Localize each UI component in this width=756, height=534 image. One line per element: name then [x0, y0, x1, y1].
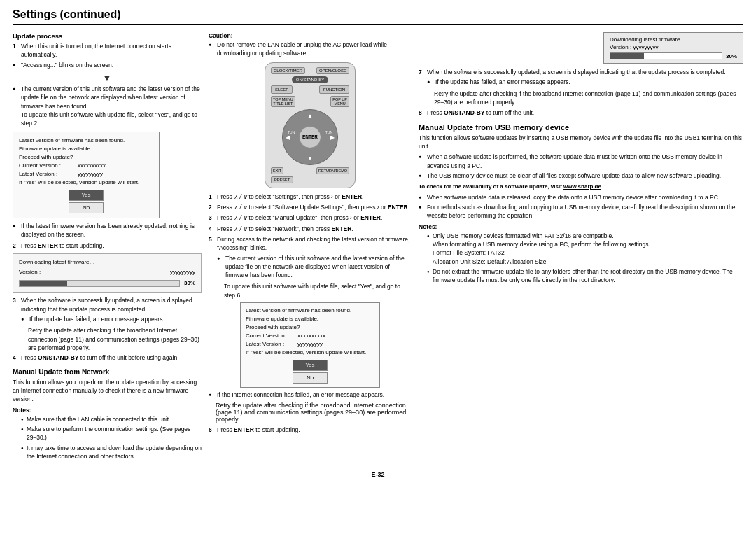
nav-left-button[interactable]: ◀ [286, 134, 290, 140]
dialog2-line1: Latest version of firmware has been foun… [246, 307, 374, 315]
right-steps: When the software is successfully update… [419, 68, 743, 118]
nav-down-button[interactable]: ▼ [307, 155, 313, 162]
preset-button[interactable]: PRESET [271, 176, 293, 183]
usb-bullet3: When software update data is released, c… [419, 193, 743, 202]
manual-usb-title: Manual Update from USB memory device [419, 123, 743, 132]
r-step-8: Press ON/STAND-BY to turn off the unit. [419, 108, 743, 117]
m-step-6: Press ENTER to start updating. [209, 426, 412, 434]
fw-pct-right: 30% [726, 53, 737, 59]
dialog2-current-row: Current Version : xxxxxxxxxx [246, 332, 374, 340]
fw-progress-row-left: 30% [19, 279, 195, 288]
manual-network-title: Manual Update from Network [13, 368, 202, 376]
remote-preset-row: PRESET [271, 176, 349, 183]
note-comm: Make sure to perform the communication s… [21, 425, 202, 442]
m-bullet-internet-fail: If the Internet connection has failed, a… [209, 391, 412, 399]
remote-top-buttons: CLOCK/TIMER OPEN/CLOSE [271, 67, 349, 74]
return-demo-button[interactable]: RETURN/DEMO [316, 167, 349, 174]
r-bullet7a: If the update has failed, an error messa… [427, 78, 743, 86]
function-button[interactable]: FUNCTION [319, 85, 349, 94]
dialog1-no-button[interactable]: No [69, 202, 104, 213]
bullet-update-failed: If the update has failed, an error messa… [21, 315, 202, 323]
dialog2-note: If "Yes" will be selected, version updat… [246, 349, 374, 357]
notes-title-right: Notes: [419, 223, 743, 230]
fw-top-title: Downloading latest firmware… [610, 36, 737, 43]
fw-progress-fill-left [20, 281, 67, 286]
caution-title: Caution: [209, 32, 412, 39]
right-column: Downloading latest firmware… Version : y… [419, 32, 743, 286]
page-title: Settings (continued) [13, 8, 743, 25]
remote-control: CLOCK/TIMER OPEN/CLOSE ON/STAND-BY SLEEP… [265, 62, 356, 188]
notes-list-left: Make sure that the LAN cable is connecte… [13, 415, 202, 461]
fw-version-right: Version : yyyyyyyyy [610, 44, 737, 50]
dialog2-line3: Proceed with update? [246, 323, 374, 332]
dialog2-line2: Firmware update is available. [246, 315, 374, 323]
popup-menu-button[interactable]: POP UPMENU [330, 96, 349, 107]
middle-column: Caution: Do not remove the LAN cable or … [209, 32, 412, 437]
clock-timer-button[interactable]: CLOCK/TIMER [271, 67, 305, 74]
note-time: It may take time to access and download … [21, 444, 202, 461]
step-2: Press ENTER to start updating. [13, 241, 202, 250]
notes-title-left: Notes: [13, 407, 202, 414]
manual-network-intro: This function allows you to perform the … [13, 378, 202, 404]
remote-power-row: ON/STAND-BY [271, 76, 349, 83]
m-step-4: Press ∧ / ∨ to select "Network", then pr… [209, 225, 412, 233]
top-menu-button[interactable]: TOP MENUTITLE LIST [271, 96, 295, 107]
usb-notes-list: Only USB memory devices formatted with F… [419, 232, 743, 285]
fw-progress-row-right: 30% [610, 52, 737, 59]
on-standby-button[interactable]: ON/STAND-BY [292, 76, 329, 83]
m-internet-fail-sub: Retry the update after checking if the b… [209, 402, 412, 423]
check-avail-text: To check for the availability of a softw… [419, 183, 743, 191]
usb-note-fat: Only USB memory devices formatted with F… [427, 232, 743, 266]
down-arrow-icon: ▼ [13, 72, 202, 83]
step-1: When this unit is turned on, the Interne… [13, 42, 202, 59]
manual-usb-intro: This function allows software updates by… [419, 134, 743, 151]
tun-right-label: TUN [326, 130, 332, 134]
page-number: E-32 [13, 468, 743, 478]
m-network-sub: To update this unit software with update… [217, 282, 412, 300]
nav-right-button[interactable]: ▶ [330, 134, 335, 140]
m-step-5: During access to the network and checkin… [209, 235, 412, 300]
middle-steps-list: Press ∧ / ∨ to select "Settings", then p… [209, 192, 412, 300]
r-bullet7a-sub: Retry the update after checking if the b… [427, 90, 743, 107]
fw-version-left: Version : yyyyyyyyy [19, 268, 195, 276]
dialog1-line2: Firmware update is available. [19, 145, 153, 153]
dialog2-latest-row: Latest Version : yyyyyyyyy [246, 340, 374, 349]
manual-usb-section: Manual Update from USB memory device Thi… [419, 123, 743, 285]
bullet-current-version-info: The current version of this unit softwar… [13, 85, 202, 128]
usb-bullet4: For methods such as downloading and copy… [419, 203, 743, 220]
note-lan: Make sure that the LAN cable is connecte… [21, 415, 202, 423]
dialog1-yes-button[interactable]: Yes [69, 190, 104, 201]
fw-progress-bar-right [610, 52, 722, 59]
usb-note-root: Do not extract the firmware update file … [427, 267, 743, 285]
dialog2-buttons: Yes No [246, 360, 374, 384]
caution-text: Do not remove the LAN cable or unplug th… [209, 41, 412, 58]
exit-button[interactable]: EXIT [271, 167, 284, 174]
enter-button[interactable]: ENTER [299, 126, 321, 148]
nav-area: ▲ ▼ ◀ ▶ TUN TUN ENTER [282, 109, 338, 165]
m-bullet-network: The current version of this unit softwar… [217, 254, 412, 280]
usb-bullet1: When a software update is performed, the… [419, 153, 743, 170]
dialog1-buttons: Yes No [19, 190, 153, 213]
sleep-button[interactable]: SLEEP [271, 85, 293, 94]
retry-text-left: Retry the update after checking if the b… [21, 326, 202, 352]
sharp-link[interactable]: www.sharp.de [564, 183, 601, 190]
step-3: When the software is successfully update… [13, 296, 202, 352]
bullet-already-updated: If the latest firmware version has been … [13, 222, 202, 239]
dialog1-line3: Proceed with update? [19, 153, 153, 162]
dialog2-no-button[interactable]: No [293, 372, 328, 384]
dialog1-note: If "Yes" will be selected, version updat… [19, 178, 153, 187]
dialog2-yes-button[interactable]: Yes [293, 360, 328, 371]
usb-bullet2: The USB memory device must be clear of a… [419, 171, 743, 180]
firmware-box-left: Downloading latest firmware… Version : y… [13, 253, 202, 293]
dialog1-line1: Latest version of firmware has been foun… [19, 136, 153, 145]
left-column: Update process When this unit is turned … [13, 32, 202, 462]
firmware-box-right: Downloading latest firmware… Version : y… [603, 32, 743, 64]
remote-container: CLOCK/TIMER OPEN/CLOSE ON/STAND-BY SLEEP… [209, 62, 412, 188]
fw-progress-pct-left: 30% [184, 279, 195, 288]
open-close-button[interactable]: OPEN/CLOSE [316, 67, 349, 74]
m-step-3: Press ∧ / ∨ to select "Manual Update", t… [209, 213, 412, 222]
fw-progress-bar-left [19, 280, 180, 287]
nav-up-button[interactable]: ▲ [307, 113, 313, 119]
m-step-2: Press ∧ / ∨ to select "Software Update S… [209, 203, 412, 211]
tun-left-label: TUN [288, 130, 295, 134]
